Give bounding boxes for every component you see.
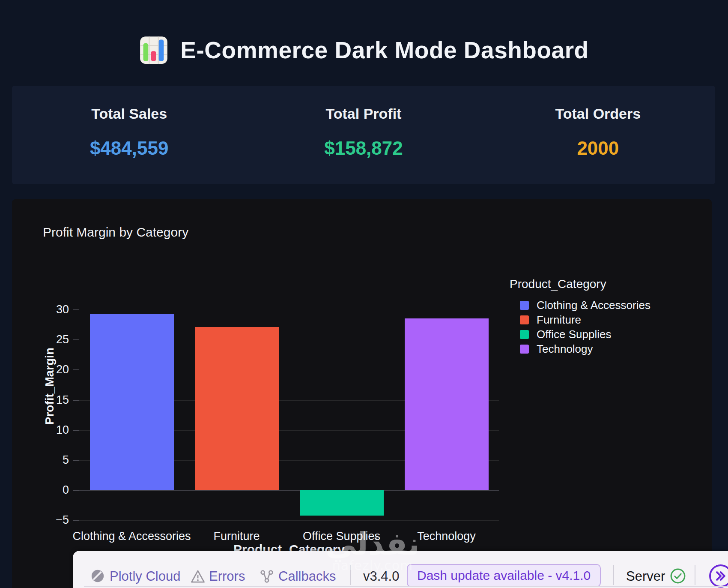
toolbar-divider <box>695 565 695 585</box>
errors-button[interactable]: Errors <box>209 569 245 584</box>
y-tick-label: 10 <box>42 423 69 437</box>
profit-margin-chart-card: Profit Margin by Category Profit_Margin … <box>12 199 712 588</box>
plotly-cloud-button[interactable]: Plotly Cloud <box>110 569 180 584</box>
bar-office-supplies[interactable] <box>300 490 384 516</box>
legend-swatch <box>520 330 529 339</box>
collapse-toolbar-button[interactable] <box>709 564 728 588</box>
kpi-total-profit: Total Profit $158,872 <box>246 86 480 184</box>
legend-label: Office Supplies <box>537 328 611 341</box>
plot-area[interactable]: 302520151050−5Clothing & AccessoriesFurn… <box>79 269 499 522</box>
dash-version: v3.4.0 <box>363 569 399 584</box>
legend-item[interactable]: Office Supplies <box>510 327 707 342</box>
x-tick-label: Clothing & Accessories <box>72 530 192 543</box>
kpi-value: 2000 <box>577 138 619 159</box>
double-chevron-right-icon <box>713 570 728 582</box>
warning-icon <box>190 570 206 583</box>
y-tick-label: 5 <box>42 453 69 467</box>
chart-title: Profit Margin by Category <box>43 225 188 240</box>
plotly-logo-icon <box>90 569 105 583</box>
y-tick-mark <box>73 339 79 340</box>
toolbar-divider <box>350 565 351 585</box>
zero-line <box>79 490 499 491</box>
bar-clothing-accessories[interactable] <box>90 314 174 490</box>
bar-technology[interactable] <box>405 318 489 490</box>
kpi-value: $158,872 <box>324 138 403 159</box>
legend-swatch <box>520 345 529 354</box>
toolbar-divider <box>613 565 614 585</box>
y-tick-mark <box>73 430 79 431</box>
legend-items: Clothing & AccessoriesFurnitureOffice Su… <box>510 298 707 356</box>
x-tick-label: Furniture <box>177 530 297 543</box>
callback-graph-icon <box>260 570 274 583</box>
legend-item[interactable]: Technology <box>510 342 707 356</box>
x-tick-label: Technology <box>387 530 507 543</box>
y-tick-label: 0 <box>42 483 69 497</box>
y-tick-label: 20 <box>42 363 69 376</box>
bar-chart-emoji-icon <box>139 36 168 65</box>
legend-label: Furniture <box>537 313 581 327</box>
x-tick-label: Office Supplies <box>282 530 402 543</box>
y-tick-mark <box>73 369 79 370</box>
bar-furniture[interactable] <box>195 327 279 490</box>
y-tick-mark <box>73 520 79 521</box>
gridline <box>79 520 499 521</box>
y-tick-mark <box>73 309 79 310</box>
legend-label: Technology <box>537 342 593 356</box>
y-tick-mark <box>73 460 79 461</box>
legend-title: Product_Category <box>510 277 707 291</box>
legend-label: Clothing & Accessories <box>537 299 650 312</box>
legend-swatch <box>520 315 529 324</box>
y-tick-mark <box>73 490 79 491</box>
page-header: E-Commerce Dark Mode Dashboard <box>0 27 728 74</box>
legend-item[interactable]: Clothing & Accessories <box>510 298 707 312</box>
legend: Product_Category Clothing & AccessoriesF… <box>510 277 707 356</box>
dashboard-page: E-Commerce Dark Mode Dashboard Total Sal… <box>0 0 728 588</box>
y-tick-mark <box>73 400 79 401</box>
kpi-total-orders: Total Orders 2000 <box>481 86 715 184</box>
y-tick-label: −5 <box>42 513 69 527</box>
check-circle-icon <box>670 568 686 584</box>
page-title: E-Commerce Dark Mode Dashboard <box>180 36 588 64</box>
legend-swatch <box>520 301 529 310</box>
y-tick-label: 15 <box>42 393 69 407</box>
callbacks-button[interactable]: Callbacks <box>278 569 336 584</box>
dash-update-pill[interactable]: Dash update available - v4.1.0 <box>407 564 601 587</box>
kpi-label: Total Profit <box>326 105 402 122</box>
toolbar-bottom-divider <box>84 586 728 587</box>
kpi-value: $484,559 <box>90 138 169 159</box>
kpi-label: Total Orders <box>555 105 641 122</box>
server-status-label: Server <box>626 569 665 584</box>
legend-item[interactable]: Furniture <box>510 312 707 327</box>
dash-devtools-toolbar: Plotly Cloud Errors Callbacks v3.4.0 Das… <box>73 551 728 588</box>
gridline <box>79 310 499 310</box>
kpi-label: Total Sales <box>91 105 167 122</box>
kpi-panel: Total Sales $484,559 Total Profit $158,8… <box>12 86 715 184</box>
kpi-total-sales: Total Sales $484,559 <box>12 86 246 184</box>
y-tick-label: 30 <box>42 303 69 316</box>
y-tick-label: 25 <box>42 333 69 346</box>
